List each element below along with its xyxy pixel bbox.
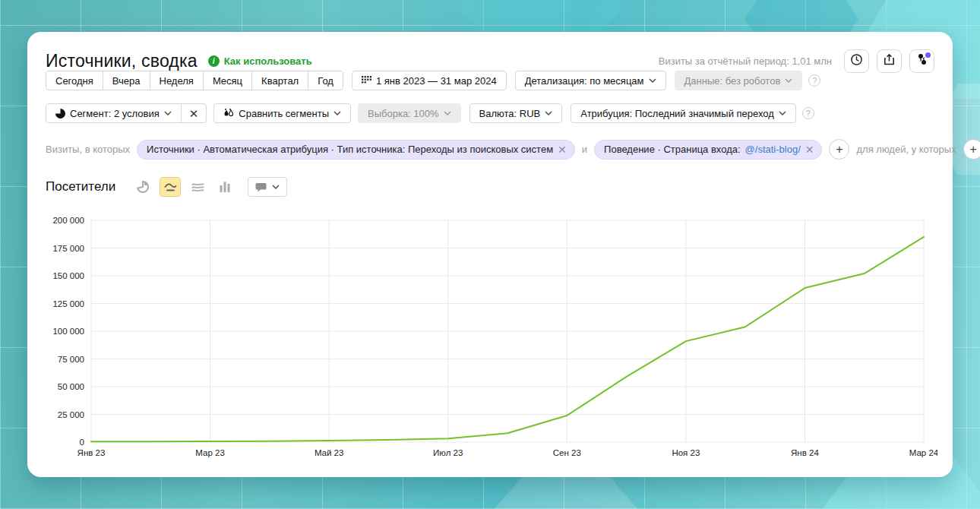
period-year[interactable]: Год: [308, 71, 343, 90]
svg-text:75 000: 75 000: [58, 355, 84, 364]
period-month[interactable]: Месяц: [203, 71, 252, 90]
chevron-down-icon: [164, 111, 172, 115]
line-chart-icon: [164, 182, 177, 192]
export-button[interactable]: [877, 49, 902, 73]
filter-chip-source-label: Источники · Автоматическая атрибуция · Т…: [147, 144, 553, 155]
visits-summary: Визиты за отчётный период: 1,01 млн: [659, 55, 832, 67]
svg-text:125 000: 125 000: [52, 299, 84, 308]
metric-label: Посетители: [46, 179, 115, 194]
chart-type-columns-button[interactable]: [214, 177, 236, 197]
chevron-down-icon: [272, 185, 280, 189]
calendar-grid-icon: [362, 75, 371, 87]
filter-prefix: Визиты, в которых: [46, 144, 130, 155]
attribution-label: Атрибуция: Последний значимый переход: [580, 108, 774, 119]
svg-text:150 000: 150 000: [52, 271, 84, 280]
detalization-dropdown[interactable]: Детализация: по месяцам: [515, 71, 666, 90]
sampling-dropdown[interactable]: Выборка: 100%: [358, 103, 461, 123]
svg-text:Май 23: Май 23: [315, 448, 344, 457]
pie-chart-icon: [137, 181, 149, 193]
currency-dropdown[interactable]: Валюта: RUB: [469, 103, 563, 123]
svg-text:Ноя 23: Ноя 23: [672, 448, 700, 457]
period-quarter[interactable]: Квартал: [251, 71, 308, 90]
ai-assistant-button[interactable]: [909, 49, 934, 73]
close-icon: ✕: [189, 108, 199, 119]
compare-segments-dropdown[interactable]: Сравнить сегменты: [213, 103, 351, 123]
people-filter-prefix: для людей, у которых: [856, 144, 956, 155]
export-icon: [883, 53, 896, 69]
svg-text:100 000: 100 000: [52, 327, 84, 336]
chevron-down-icon: [444, 111, 451, 115]
attribution-help-icon[interactable]: ?: [802, 107, 814, 119]
page-title: Источники, сводка: [46, 51, 198, 71]
chart-type-pie-button[interactable]: [132, 177, 153, 197]
add-people-condition-button[interactable]: +: [963, 139, 980, 160]
sampling-label: Выборка: 100%: [368, 108, 439, 119]
filter-chip-source[interactable]: Источники · Автоматическая атрибуция · Т…: [137, 140, 575, 160]
add-visit-condition-button[interactable]: +: [829, 139, 849, 160]
filter-connector: и: [582, 144, 587, 155]
bar-chart-icon: [220, 182, 231, 192]
notification-dot: [925, 52, 931, 58]
segment-dropdown[interactable]: Сегмент: 2 условия: [46, 103, 182, 123]
svg-text:200 000: 200 000: [52, 216, 84, 225]
chevron-down-icon: [545, 111, 552, 115]
segment-toolbar: Сегмент: 2 условия ✕ Сравнить сегменты В…: [46, 103, 934, 123]
compare-segments-label: Сравнить сегменты: [239, 108, 329, 119]
data-filter-help-icon[interactable]: ?: [808, 74, 820, 87]
filter-conditions: Визиты, в которых Источники · Автоматиче…: [46, 139, 934, 160]
how-to-use-label: Как использовать: [224, 55, 312, 67]
clock-icon: [850, 53, 863, 69]
detalization-label: Детализация: по месяцам: [525, 75, 644, 87]
chart-type-line-button[interactable]: [160, 177, 181, 197]
filter-chip-behavior-label: Поведение · Страница входа:: [604, 144, 740, 155]
visitors-line-chart[interactable]: 025 00050 00075 000100 000125 000150 000…: [44, 214, 937, 468]
info-icon: i: [208, 55, 220, 67]
chevron-down-icon: [779, 111, 786, 115]
pie-icon: [55, 109, 65, 119]
chevron-down-icon: [334, 111, 341, 115]
remove-filter-icon[interactable]: ✕: [558, 144, 567, 156]
period-toolbar: Сегодня Вчера Неделя Месяц Квартал Год 1…: [46, 71, 934, 90]
compare-drops-icon: [223, 109, 234, 119]
segment-label: Сегмент: 2 условия: [70, 108, 160, 119]
chart-header: Посетители: [46, 177, 287, 197]
data-filter-label: Данные: без роботов: [684, 75, 781, 87]
history-button[interactable]: [844, 49, 869, 73]
svg-text:25 000: 25 000: [58, 410, 84, 419]
date-range-button[interactable]: 1 янв 2023 — 31 мар 2024: [352, 71, 507, 90]
chart-type-area-button[interactable]: [187, 177, 208, 197]
period-week[interactable]: Неделя: [150, 71, 204, 90]
area-chart-icon: [191, 182, 204, 192]
svg-text:Сен 23: Сен 23: [553, 448, 581, 457]
svg-text:Янв 23: Янв 23: [77, 448, 106, 457]
attribution-dropdown[interactable]: Атрибуция: Последний значимый переход: [571, 103, 796, 123]
svg-text:0: 0: [80, 438, 84, 447]
svg-text:Мар 24: Мар 24: [909, 448, 937, 457]
date-range-label: 1 янв 2023 — 31 мар 2024: [376, 75, 497, 87]
chevron-down-icon: [649, 78, 656, 83]
period-presets: Сегодня Вчера Неделя Месяц Квартал Год: [46, 71, 343, 90]
period-today[interactable]: Сегодня: [46, 71, 103, 90]
svg-text:Янв 24: Янв 24: [791, 448, 819, 457]
annotations-dropdown[interactable]: [248, 177, 287, 197]
filter-chip-behavior[interactable]: Поведение · Страница входа: @/stati-blog…: [594, 140, 822, 160]
report-card: Источники, сводка i Как использовать Виз…: [27, 32, 953, 477]
remove-filter-icon[interactable]: ✕: [805, 144, 814, 156]
chevron-down-icon: [785, 78, 792, 83]
filter-chip-behavior-link: @/stati-blog/: [745, 144, 801, 155]
svg-text:175 000: 175 000: [52, 244, 84, 253]
segment-clear-button[interactable]: ✕: [181, 103, 207, 123]
svg-text:50 000: 50 000: [58, 382, 84, 391]
currency-label: Валюта: RUB: [479, 108, 541, 119]
how-to-use-link[interactable]: i Как использовать: [208, 55, 312, 67]
svg-text:Мар 23: Мар 23: [195, 448, 225, 457]
data-filter-dropdown[interactable]: Данные: без роботов: [675, 71, 803, 90]
svg-text:Июл 23: Июл 23: [433, 448, 463, 457]
comment-bubble-icon: [255, 182, 267, 192]
period-yesterday[interactable]: Вчера: [103, 71, 150, 90]
